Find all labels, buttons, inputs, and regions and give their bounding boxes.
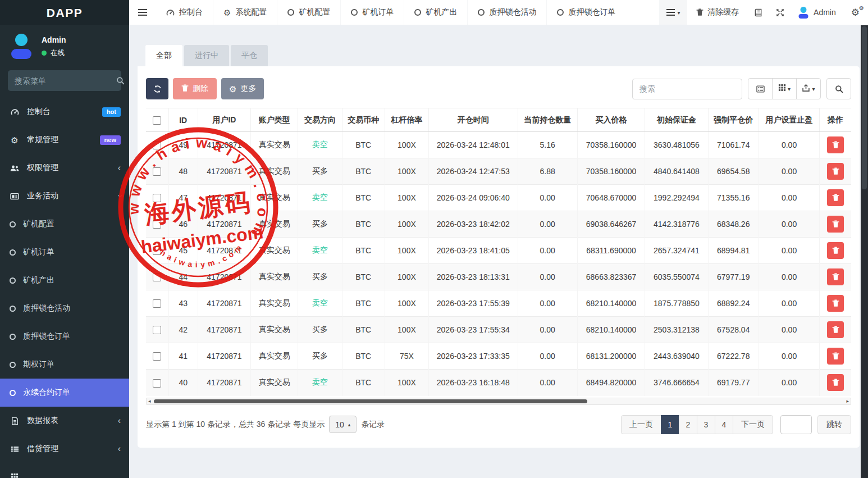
delete-row-button[interactable] <box>827 216 844 233</box>
row-checkbox[interactable] <box>153 326 161 334</box>
more-button[interactable]: ⚙ 更多 <box>221 78 264 99</box>
sidebar-item-2[interactable]: ⚙常规管理new <box>0 126 129 154</box>
sidebar-subitem-1[interactable]: 矿机配置 <box>0 210 129 238</box>
sidebar-toggle-icon[interactable] <box>129 0 156 25</box>
nav-item-2[interactable]: ⚙系统配置 <box>213 0 277 25</box>
column-header: 当前持仓数量 <box>518 108 577 132</box>
delete-row-button[interactable] <box>827 295 844 312</box>
menu-item-partial[interactable] <box>0 463 129 478</box>
sidebar-search-input[interactable] <box>15 76 116 85</box>
delete-row-button[interactable] <box>827 348 844 365</box>
sidebar-subitem-label: 矿机配置 <box>23 219 54 229</box>
row-checkbox[interactable] <box>153 220 161 229</box>
sidebar-subitem-label: 矿机订单 <box>23 247 54 257</box>
row-checkbox[interactable] <box>153 299 161 308</box>
sidebar-item-1[interactable]: 数据报表‹ <box>0 407 129 435</box>
delete-row-button[interactable] <box>827 189 844 206</box>
quick-menu-button[interactable]: ▾ <box>659 0 687 25</box>
page-button-1[interactable]: 1 <box>661 415 679 434</box>
page-button-4[interactable]: 4 <box>715 415 733 434</box>
row-checkbox[interactable] <box>153 194 161 202</box>
row-checkbox[interactable] <box>153 141 161 149</box>
jump-button[interactable]: 跳转 <box>817 415 851 434</box>
docs-icon[interactable] <box>748 0 769 25</box>
nav-item-label: 质押锁仓活动 <box>489 7 536 17</box>
scroll-right-icon[interactable]: ▸ <box>846 399 849 404</box>
nav-item-6[interactable]: 质押锁仓活动 <box>467 0 546 25</box>
settings-gears-icon[interactable]: ⚙⚙ <box>843 0 868 25</box>
row-checkbox[interactable] <box>153 273 161 281</box>
page-button-3[interactable]: 3 <box>697 415 715 434</box>
search-button[interactable] <box>826 78 851 99</box>
row-checkbox[interactable] <box>153 247 161 255</box>
admin-menu[interactable]: Admin <box>791 0 843 25</box>
row-checkbox[interactable] <box>153 352 161 361</box>
sidebar-subitem-4[interactable]: 质押锁仓活动 <box>0 294 129 322</box>
prev-page-button[interactable]: 上一页 <box>621 415 661 434</box>
cell-id: 48 <box>168 158 198 185</box>
scrollbar-thumb[interactable] <box>154 399 587 403</box>
select-all-checkbox[interactable] <box>153 116 161 125</box>
jump-page-input[interactable] <box>780 415 812 434</box>
circle-icon <box>10 390 16 396</box>
next-page-button[interactable]: 下一页 <box>733 415 773 434</box>
row-select-cell <box>146 317 168 343</box>
page-size-select[interactable]: 10 ▴ <box>329 416 357 433</box>
cell-lev: 100X <box>385 290 428 317</box>
chevron-left-icon: ‹ <box>118 444 121 453</box>
delete-row-button[interactable] <box>827 163 844 180</box>
cell-lev: 100X <box>385 158 428 185</box>
nav-item-4[interactable]: 矿机订单 <box>340 0 404 25</box>
nav-item-3[interactable]: 矿机配置 <box>277 0 340 25</box>
nav-item-label: 矿机产出 <box>426 7 457 17</box>
delete-row-button[interactable] <box>827 321 844 338</box>
scroll-left-icon[interactable]: ◂ <box>148 399 151 404</box>
sidebar-subitem-2[interactable]: 矿机订单 <box>0 238 129 266</box>
tab-bar: 全部进行中平仓 <box>145 45 868 66</box>
horizontal-scrollbar[interactable]: ◂ ▸ <box>146 398 851 405</box>
fullscreen-icon[interactable] <box>769 0 791 25</box>
detail-view-button[interactable] <box>748 78 773 99</box>
sidebar-subitem-6[interactable]: 期权订单 <box>0 350 129 379</box>
sidebar-item-4[interactable]: 业务活动‹ <box>0 182 129 210</box>
cell-id: 43 <box>168 290 198 317</box>
row-select-cell <box>146 158 168 185</box>
delete-button[interactable]: 删除 <box>173 78 217 99</box>
sidebar-item-3[interactable]: 权限管理‹ <box>0 154 129 182</box>
sidebar-subitem-7[interactable]: 永续合约订单 <box>0 379 129 407</box>
scrollbar-thumb[interactable] <box>862 26 867 189</box>
tab-3[interactable]: 平仓 <box>231 45 268 66</box>
page-size-value: 10 <box>335 420 344 429</box>
export-button[interactable]: ▾ <box>796 78 821 99</box>
cell-coin: BTC <box>342 185 385 211</box>
refresh-button[interactable] <box>146 78 168 99</box>
cell-tp: 0.00 <box>759 211 819 238</box>
cell-coin: BTC <box>342 317 385 343</box>
page-button-2[interactable]: 2 <box>679 415 697 434</box>
chevron-left-icon: ‹ <box>118 416 121 425</box>
nav-item-7[interactable]: 质押锁仓订单 <box>546 0 625 25</box>
sidebar-item-2[interactable]: 借贷管理‹ <box>0 435 129 463</box>
delete-row-button[interactable] <box>827 242 844 259</box>
sidebar-item-1[interactable]: 控制台hot <box>0 98 129 126</box>
vertical-scrollbar[interactable] <box>861 25 868 478</box>
table-row: 4041720871真实交易卖空BTC100X2026-03-23 16:18:… <box>146 370 851 396</box>
cell-dir: 买多 <box>298 211 342 238</box>
nav-item-5[interactable]: 矿机产出 <box>404 0 467 25</box>
delete-row-button[interactable] <box>827 374 844 391</box>
tab-1[interactable]: 全部 <box>145 45 182 66</box>
table-search-input[interactable] <box>632 79 742 99</box>
cell-coin: BTC <box>342 343 385 370</box>
delete-row-button[interactable] <box>827 268 844 285</box>
tab-2[interactable]: 进行中 <box>184 45 229 66</box>
nav-item-1[interactable]: 控制台 <box>156 0 213 25</box>
search-icon[interactable] <box>116 76 125 85</box>
row-checkbox[interactable] <box>153 167 161 176</box>
columns-button[interactable]: ▾ <box>772 78 797 99</box>
clear-cache-button[interactable]: 清除缓存 <box>687 0 748 25</box>
sidebar-subitem-5[interactable]: 质押锁仓订单 <box>0 322 129 350</box>
delete-row-button[interactable] <box>827 136 844 153</box>
row-checkbox[interactable] <box>153 379 161 388</box>
topbar: DAPP 控制台⚙系统配置矿机配置矿机订单矿机产出质押锁仓活动质押锁仓订单 ▾ … <box>0 0 868 25</box>
sidebar-subitem-3[interactable]: 矿机产出 <box>0 266 129 294</box>
